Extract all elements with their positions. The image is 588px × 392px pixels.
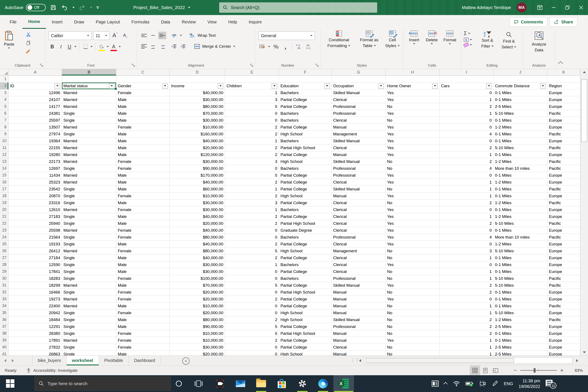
cell-H17[interactable]: No bbox=[386, 186, 440, 192]
cell-E39[interactable]: 2 bbox=[225, 337, 279, 344]
cell-J3[interactable]: 0-1 Miles bbox=[494, 90, 548, 96]
cell-G38[interactable]: Manual bbox=[332, 330, 386, 337]
cell-G39[interactable]: Manual bbox=[332, 337, 386, 344]
cell-K8[interactable]: Europe bbox=[548, 124, 580, 131]
cell-C24[interactable]: Female bbox=[116, 234, 170, 241]
cell-I1[interactable] bbox=[440, 76, 494, 82]
cell-B5[interactable]: Married bbox=[62, 103, 116, 110]
cell-C16[interactable]: Male bbox=[116, 179, 170, 186]
merge-center-dropdown-icon[interactable] bbox=[233, 46, 235, 47]
row-number-12[interactable]: 12 bbox=[0, 151, 8, 158]
cell-H13[interactable]: No bbox=[386, 158, 440, 165]
cell-H35[interactable]: No bbox=[386, 310, 440, 316]
row-number-31[interactable]: 31 bbox=[0, 282, 8, 289]
cell-H32[interactable]: No bbox=[386, 289, 440, 296]
cell-H25[interactable]: Yes bbox=[386, 241, 440, 248]
cell-J40[interactable]: 2-5 Miles bbox=[494, 344, 548, 351]
cell-H12[interactable]: Yes bbox=[386, 151, 440, 158]
decrease-indent-button[interactable] bbox=[170, 43, 178, 50]
cell-H3[interactable]: Yes bbox=[386, 90, 440, 96]
cell-B12[interactable]: Married bbox=[62, 151, 116, 158]
cell-D40[interactable]: $30,000.00 bbox=[170, 344, 225, 351]
column-header-H[interactable]: H bbox=[386, 69, 440, 76]
cell-H8[interactable]: Yes bbox=[386, 124, 440, 131]
cell-J14[interactable]: More than 10 miles bbox=[494, 165, 548, 172]
cell-J25[interactable]: 1-2 Miles bbox=[494, 241, 548, 248]
cell-D2[interactable]: Income bbox=[170, 82, 225, 90]
cell-B11[interactable]: Married bbox=[62, 144, 116, 151]
cell-A23[interactable]: 25598 bbox=[8, 227, 62, 234]
cell-H19[interactable]: No bbox=[386, 200, 440, 206]
cell-D25[interactable]: $40,000.00 bbox=[170, 241, 225, 248]
align-center-button[interactable] bbox=[149, 43, 157, 50]
number-format-select[interactable]: General bbox=[258, 32, 315, 40]
cell-E17[interactable]: 1 bbox=[225, 186, 279, 192]
row-number-3[interactable]: 3 bbox=[0, 90, 8, 96]
font-color-dropdown-icon[interactable] bbox=[119, 46, 121, 47]
cell-G29[interactable]: Clerical bbox=[332, 268, 386, 275]
horizontal-scrollbar[interactable] bbox=[364, 357, 572, 364]
cell-H20[interactable]: Yes bbox=[386, 206, 440, 213]
search-input[interactable]: Search (Alt+Q) bbox=[219, 2, 377, 13]
cell-F6[interactable]: Bachelors bbox=[279, 110, 332, 117]
cell-D33[interactable]: $20,000.00 bbox=[170, 296, 225, 302]
cell-A27[interactable]: 27184 bbox=[8, 254, 62, 261]
row-number-25[interactable]: 25 bbox=[0, 241, 8, 248]
cell-C21[interactable]: Male bbox=[116, 213, 170, 220]
cell-G7[interactable]: Clerical bbox=[332, 117, 386, 124]
redo-dropdown-icon[interactable] bbox=[90, 7, 92, 8]
cell-K41[interactable]: Europe bbox=[548, 351, 580, 356]
cell-E28[interactable]: 1 bbox=[225, 261, 279, 268]
undo-button[interactable] bbox=[61, 4, 68, 11]
cell-styles-button[interactable]: Cell Styles bbox=[384, 30, 402, 48]
ribbon-tab-inquire[interactable]: Inquire bbox=[243, 15, 268, 29]
cell-I21[interactable]: 1 bbox=[440, 213, 494, 220]
cell-F40[interactable]: Partial College bbox=[279, 344, 332, 351]
cell-A28[interactable]: 12590 bbox=[8, 261, 62, 268]
ribbon-tab-review[interactable]: Review bbox=[176, 15, 202, 29]
cell-F20[interactable]: Bachelors bbox=[279, 206, 332, 213]
row-number-11[interactable]: 11 bbox=[0, 144, 8, 151]
cell-K20[interactable]: Europe bbox=[548, 206, 580, 213]
row-number-10[interactable]: 10 bbox=[0, 138, 8, 144]
redo-button[interactable] bbox=[78, 4, 86, 11]
cell-G33[interactable]: Manual bbox=[332, 296, 386, 302]
cell-D31[interactable]: $70,000.00 bbox=[170, 282, 225, 289]
cell-G15[interactable]: Professional bbox=[332, 172, 386, 179]
decrease-decimal-button[interactable]: .00.0 bbox=[305, 43, 312, 50]
cell-D11[interactable]: $20,000.00 bbox=[170, 144, 225, 151]
cell-C25[interactable]: Male bbox=[116, 241, 170, 248]
cell-J36[interactable]: 1-2 Miles bbox=[494, 316, 548, 323]
cell-E29[interactable]: 0 bbox=[225, 268, 279, 275]
cell-D23[interactable]: $40,000.00 bbox=[170, 227, 225, 234]
cell-K1[interactable] bbox=[548, 76, 580, 82]
filter-dropdown-B2[interactable] bbox=[109, 83, 114, 89]
cell-D5[interactable]: $80,000.00 bbox=[170, 103, 225, 110]
taskbar-edge-icon[interactable] bbox=[313, 375, 333, 392]
column-header-I[interactable]: I bbox=[440, 69, 494, 76]
cell-A36[interactable]: 18484 bbox=[8, 316, 62, 323]
fill-handle[interactable] bbox=[114, 87, 117, 90]
sheet-tab-pivottable[interactable]: Pivottable bbox=[99, 356, 128, 365]
cell-D19[interactable]: $30,000.00 bbox=[170, 200, 225, 206]
cell-F24[interactable]: Bachelors bbox=[279, 234, 332, 241]
cell-F29[interactable]: Partial College bbox=[279, 268, 332, 275]
cell-J4[interactable]: 0-1 Miles bbox=[494, 96, 548, 103]
cell-J20[interactable]: 0-1 Miles bbox=[494, 206, 548, 213]
cell-A25[interactable]: 19193 bbox=[8, 241, 62, 248]
cell-C17[interactable]: Male bbox=[116, 186, 170, 192]
cell-A13[interactable]: 22173 bbox=[8, 158, 62, 165]
italic-button[interactable] bbox=[57, 43, 64, 50]
cell-J34[interactable]: 0-1 Miles bbox=[494, 302, 548, 310]
cell-D29[interactable]: $30,000.00 bbox=[170, 268, 225, 275]
accounting-format-button[interactable] bbox=[258, 43, 266, 50]
cell-B39[interactable]: Married bbox=[62, 337, 116, 344]
cell-J39[interactable]: 0-1 Miles bbox=[494, 337, 548, 344]
cell-B27[interactable]: Single bbox=[62, 254, 116, 261]
cell-C11[interactable]: Male bbox=[116, 144, 170, 151]
cell-F21[interactable]: Partial College bbox=[279, 213, 332, 220]
cell-B9[interactable]: Single bbox=[62, 131, 116, 138]
cell-J18[interactable]: 0-1 Miles bbox=[494, 192, 548, 200]
fill-color-button[interactable] bbox=[98, 43, 105, 50]
cell-E1[interactable] bbox=[225, 76, 279, 82]
